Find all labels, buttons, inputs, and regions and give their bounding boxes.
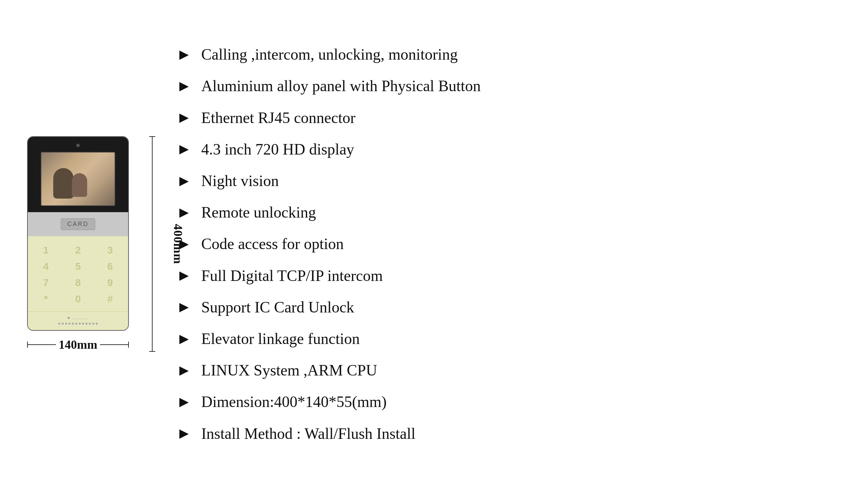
keypad-key: 3	[97, 244, 123, 256]
card-slot: CARD	[61, 218, 95, 230]
feature-item: ►Install Method : Wall/Flush Install	[176, 424, 841, 443]
keypad-key: 8	[65, 277, 91, 288]
speaker-dot	[62, 323, 64, 325]
page-layout: 400mm CARD 123456789*0#	[27, 20, 841, 468]
device-top-section	[28, 137, 128, 212]
feature-bullet: ►	[176, 363, 192, 378]
screen-image	[41, 152, 115, 205]
speaker-dot	[89, 323, 91, 325]
device-middle-section: CARD	[28, 212, 128, 236]
feature-item: ►Elevator linkage function	[176, 329, 841, 348]
feature-text-5: Remote unlocking	[201, 203, 316, 222]
keypad-key: 2	[65, 244, 91, 256]
height-label: 400mm	[171, 224, 185, 264]
feature-item: ► 4.3 inch 720 HD display	[176, 140, 841, 159]
device-label: ● ...........	[67, 315, 88, 321]
speaker-dots	[58, 323, 98, 325]
keypad-grid: 123456789*0#	[33, 244, 123, 305]
feature-text-1: Aluminium alloy panel with Physical Butt…	[201, 77, 481, 95]
speaker-dot	[72, 323, 74, 325]
keypad-key: 1	[33, 244, 59, 256]
feature-bullet: ►	[176, 141, 192, 157]
feature-bullet: ►	[176, 110, 192, 125]
feature-text-2: Ethernet RJ45 connector	[201, 108, 356, 127]
feature-item: ►Ethernet RJ45 connector	[176, 108, 841, 127]
width-dimension: 140mm	[27, 338, 129, 352]
feature-item: ►Code access for option	[176, 235, 841, 253]
screen	[41, 152, 115, 206]
speaker-dot	[96, 323, 98, 325]
feature-bullet: ►	[176, 268, 192, 283]
keypad-key: *	[33, 293, 59, 305]
feature-item: ►Dimension:400*140*55(mm)	[176, 392, 841, 411]
height-dimension: 400mm	[152, 136, 153, 352]
speaker-dot	[58, 323, 60, 325]
feature-text-4: Night vision	[201, 171, 279, 190]
keypad-key: 5	[65, 261, 91, 272]
keypad-key: 0	[65, 293, 91, 305]
feature-bullet: ►	[176, 78, 192, 94]
feature-item: ►Full Digital TCP/IP intercom	[176, 266, 841, 285]
feature-text-3: 4.3 inch 720 HD display	[201, 140, 354, 159]
keypad-key: 6	[97, 261, 123, 272]
features-list: ►Calling ,intercom, unlocking, monitorin…	[163, 45, 841, 443]
keypad-key: 4	[33, 261, 59, 272]
feature-text-11: Dimension:400*140*55(mm)	[201, 392, 387, 411]
feature-text-6: Code access for option	[201, 235, 344, 253]
feature-item: ►Aluminium alloy panel with Physical But…	[176, 77, 841, 95]
keypad-key: 7	[33, 277, 59, 288]
device-body: CARD 123456789*0# ● ...........	[27, 136, 129, 331]
device-diagram: 400mm CARD 123456789*0#	[27, 136, 129, 352]
keypad-key: 9	[97, 277, 123, 288]
feature-bullet: ►	[176, 426, 192, 441]
device-keypad-section: 123456789*0#	[28, 236, 128, 311]
feature-text-12: Install Method : Wall/Flush Install	[201, 424, 416, 443]
feature-item: ►Calling ,intercom, unlocking, monitorin…	[176, 45, 841, 64]
feature-text-0: Calling ,intercom, unlocking, monitoring	[201, 45, 458, 64]
feature-bullet: ►	[176, 47, 192, 62]
speaker-dot	[92, 323, 94, 325]
width-label: 140mm	[56, 338, 100, 352]
speaker-dot	[82, 323, 84, 325]
speaker-dot	[85, 323, 87, 325]
feature-text-8: Support IC Card Unlock	[201, 298, 354, 317]
feature-item: ►LINUX System ,ARM CPU	[176, 361, 841, 380]
speaker-dot	[68, 323, 71, 325]
feature-bullet: ►	[176, 394, 192, 410]
feature-item: ►Support IC Card Unlock	[176, 298, 841, 317]
speaker-dot	[75, 323, 77, 325]
feature-item: ►Night vision	[176, 171, 841, 190]
feature-text-9: Elevator linkage function	[201, 329, 360, 348]
feature-bullet: ►	[176, 331, 192, 347]
device-bottom-section: ● ...........	[28, 311, 128, 330]
feature-text-10: LINUX System ,ARM CPU	[201, 361, 377, 380]
height-dim-line: 400mm	[152, 136, 153, 352]
speaker-dot	[65, 323, 67, 325]
feature-item: ►Remote unlocking	[176, 203, 841, 222]
feature-bullet: ►	[176, 205, 192, 220]
keypad-key: #	[97, 293, 123, 305]
feature-bullet: ►	[176, 299, 192, 315]
camera-dot	[76, 144, 80, 147]
feature-bullet: ►	[176, 173, 192, 189]
speaker-dot	[79, 323, 81, 325]
feature-text-7: Full Digital TCP/IP intercom	[201, 266, 383, 285]
